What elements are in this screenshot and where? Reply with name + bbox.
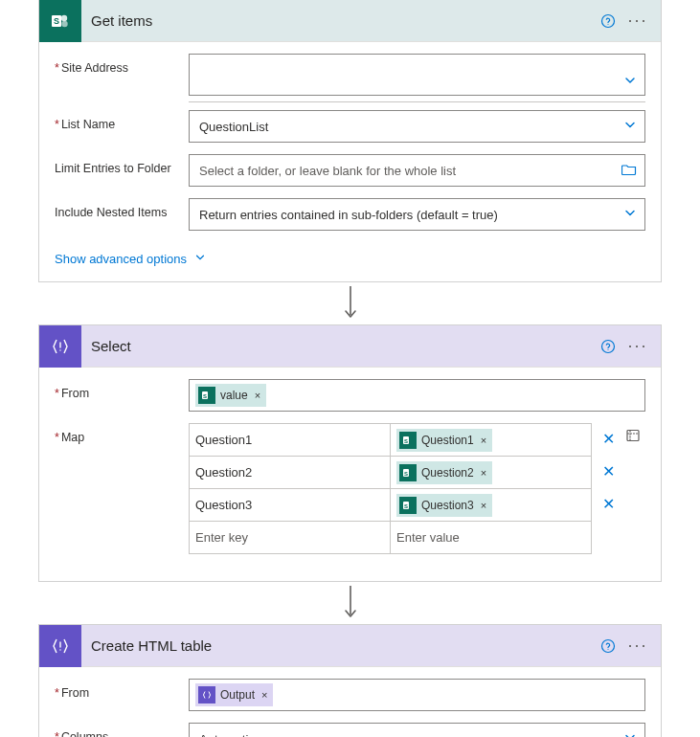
action-title: Create HTML table [91, 637, 598, 654]
svg-point-4 [602, 14, 615, 27]
token-label: Output [220, 688, 255, 702]
chevron-down-icon [194, 252, 206, 266]
map-row-actions: ✕ ✕✕ [596, 423, 645, 521]
divider [189, 101, 645, 102]
menu-dots-icon[interactable]: ··· [619, 636, 651, 656]
field-limit-folder: Limit Entries to Folder [55, 154, 645, 187]
field-from: *From Output × [55, 679, 645, 711]
map-value-cell[interactable]: S Question3 × [391, 489, 592, 522]
field-label: *Map [55, 423, 189, 444]
field-label: *Columns [55, 723, 189, 737]
connector-arrow [0, 282, 700, 324]
svg-text:S: S [404, 437, 408, 443]
card-body: *Site Address *List Name QuestionList Li… [39, 42, 661, 281]
map-row-empty: Enter key Enter value [190, 522, 592, 554]
svg-point-17 [602, 639, 615, 652]
svg-text:S: S [404, 470, 408, 476]
sharepoint-badge-icon: S [399, 432, 417, 449]
action-title: Get items [91, 12, 598, 29]
columns-select[interactable]: Automatic [189, 723, 645, 737]
map-row: Question2 S Question2 × [190, 457, 592, 489]
field-include-nested: Include Nested Items Return entries cont… [55, 198, 645, 231]
svg-point-5 [608, 24, 609, 25]
map-key-cell[interactable]: Question1 [190, 424, 391, 457]
field-map: *Map Question1 S Question1 × Question2 S… [55, 423, 645, 554]
map-row: Question1 S Question1 × [190, 424, 592, 457]
token-output[interactable]: Output × [195, 683, 273, 706]
map-key-cell[interactable]: Question3 [190, 489, 391, 522]
remove-token-icon[interactable]: × [255, 390, 260, 401]
sharepoint-icon: S [39, 0, 81, 42]
help-icon[interactable] [598, 336, 619, 357]
data-operations-badge-icon [198, 686, 215, 704]
folder-icon[interactable] [621, 162, 637, 180]
field-label: *From [55, 379, 189, 400]
action-card-create-html-table: Create HTML table ··· *From Output × *Co… [38, 624, 662, 737]
limit-folder-input[interactable] [189, 154, 645, 187]
remove-token-icon[interactable]: × [261, 689, 267, 701]
list-name-select[interactable]: QuestionList [189, 110, 645, 143]
card-body: *From Output × *Columns Automatic Hide a… [39, 667, 661, 737]
token-question1[interactable]: S Question1 × [396, 429, 492, 452]
menu-dots-icon[interactable]: ··· [619, 11, 651, 31]
sharepoint-badge-icon: S [399, 464, 417, 481]
card-header[interactable]: Create HTML table ··· [39, 625, 661, 667]
map-row: Question3 S Question3 × [190, 489, 592, 522]
svg-point-7 [608, 349, 609, 350]
token-label: Question1 [421, 434, 474, 447]
svg-point-3 [61, 20, 67, 26]
field-label: *List Name [55, 110, 189, 131]
token-value[interactable]: S value × [195, 384, 266, 407]
token-question3[interactable]: S Question3 × [396, 494, 492, 517]
delete-row-icon[interactable]: ✕ [596, 456, 621, 488]
map-key-cell[interactable]: Question2 [190, 457, 391, 489]
token-label: value [220, 389, 248, 402]
svg-point-6 [602, 340, 615, 352]
field-label: *From [55, 679, 189, 700]
sharepoint-badge-icon: S [399, 497, 417, 514]
card-body: *From S value × *Map Question1 S Qu [39, 368, 661, 581]
action-card-select: Select ··· *From S value × *Map Quest [38, 324, 662, 582]
token-label: Question2 [421, 466, 474, 480]
include-nested-select[interactable]: Return entries contained in sub-folders … [189, 198, 645, 231]
action-card-get-items: S Get items ··· *Site Address *List Name… [38, 0, 662, 282]
field-columns: *Columns Automatic [55, 723, 645, 737]
svg-point-18 [608, 649, 609, 650]
field-label: Include Nested Items [55, 198, 189, 219]
help-icon[interactable] [598, 11, 619, 32]
connector-arrow [0, 582, 700, 624]
map-value-cell[interactable]: S Question1 × [391, 424, 592, 457]
action-title: Select [91, 338, 598, 354]
map-value-placeholder[interactable]: Enter value [391, 522, 592, 554]
card-header[interactable]: Select ··· [39, 325, 661, 368]
svg-text:S: S [404, 502, 408, 508]
remove-token-icon[interactable]: × [481, 467, 486, 479]
delete-row-icon[interactable]: ✕ [596, 488, 621, 521]
field-from: *From S value × [55, 379, 645, 412]
delete-row-icon[interactable]: ✕ [596, 423, 621, 456]
token-question2[interactable]: S Question2 × [396, 461, 492, 484]
from-input[interactable]: S value × [189, 379, 645, 412]
switch-mode-icon[interactable] [621, 423, 645, 456]
data-operations-icon [39, 325, 81, 368]
remove-token-icon[interactable]: × [481, 500, 486, 511]
svg-text:S: S [54, 16, 59, 26]
map-table: Question1 S Question1 × Question2 S Ques… [189, 423, 592, 554]
remove-token-icon[interactable]: × [481, 435, 486, 446]
data-operations-icon [39, 625, 81, 667]
svg-rect-16 [627, 431, 639, 441]
from-input[interactable]: Output × [189, 679, 645, 711]
show-advanced-link[interactable]: Show advanced options [55, 252, 206, 266]
field-site-address: *Site Address [55, 54, 645, 96]
field-list-name: *List Name QuestionList [55, 110, 645, 143]
card-header[interactable]: S Get items ··· [39, 0, 661, 42]
svg-point-2 [61, 14, 67, 20]
map-value-cell[interactable]: S Question2 × [391, 457, 592, 489]
field-label: *Site Address [55, 54, 189, 75]
map-key-placeholder[interactable]: Enter key [190, 522, 391, 554]
menu-dots-icon[interactable]: ··· [619, 336, 651, 356]
help-icon[interactable] [598, 636, 619, 657]
site-address-input[interactable] [189, 54, 645, 96]
sharepoint-badge-icon: S [198, 387, 215, 404]
field-label: Limit Entries to Folder [55, 154, 189, 175]
